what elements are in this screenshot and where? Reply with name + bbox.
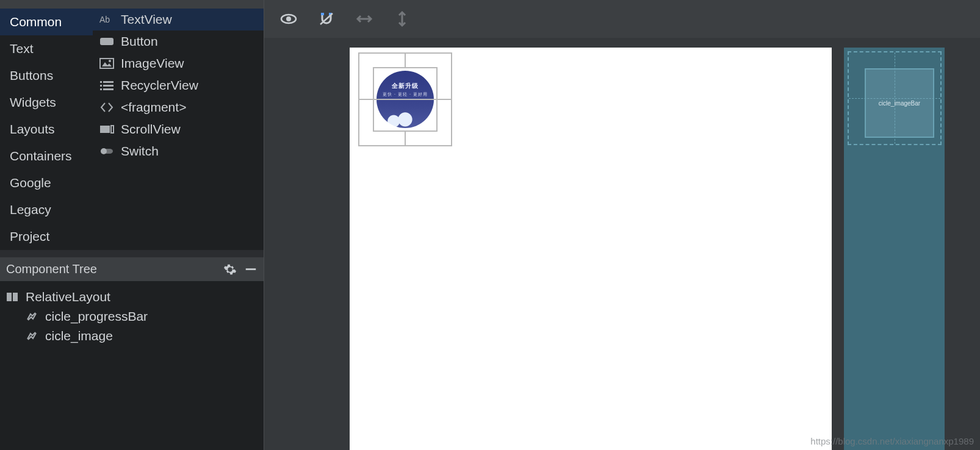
svg-rect-8 (103, 85, 113, 87)
blueprint-label: cicle_imageBar (879, 100, 920, 107)
switch-icon (99, 145, 115, 158)
svg-point-4 (109, 60, 111, 62)
blueprint-component-bounds[interactable]: cicle_imageBar (848, 51, 942, 145)
magnet-icon[interactable] (318, 12, 335, 26)
svg-rect-12 (111, 126, 113, 133)
design-surface[interactable]: 全新升级 更快 · 更轻 · 更好用 (350, 48, 832, 450)
tree-root[interactable]: RelativeLayout (5, 287, 259, 307)
palette-cat-legacy[interactable]: Legacy (0, 196, 93, 223)
widget-label: Button (121, 34, 158, 49)
palette-widget-fragment[interactable]: <fragment> (93, 96, 264, 118)
blueprint-inner: cicle_imageBar (865, 68, 934, 138)
tree-child-image[interactable]: cicle_image (5, 326, 259, 346)
svg-rect-17 (13, 293, 18, 301)
button-icon (99, 35, 115, 48)
svg-rect-16 (7, 293, 12, 301)
angles-icon (99, 101, 115, 114)
svg-rect-2 (100, 59, 113, 68)
palette-widgets: Ab TextView Button ImageView RecyclerVie… (93, 9, 264, 250)
palette-widget-recyclerview[interactable]: RecyclerView (93, 74, 264, 96)
svg-point-14 (101, 148, 107, 154)
tree-child-label: cicle_progressBar (45, 309, 148, 324)
palette-cat-common[interactable]: Common (0, 9, 93, 35)
custom-view-icon (24, 330, 39, 342)
palette-widget-button[interactable]: Button (93, 30, 264, 52)
design-toolbar (264, 0, 980, 38)
layout-icon (5, 291, 20, 303)
widget-label: RecyclerView (121, 78, 198, 93)
circle-image-title: 全新升级 (392, 82, 419, 90)
tree-child-progressbar[interactable]: cicle_progressBar (5, 307, 259, 326)
palette-cat-text[interactable]: Text (0, 35, 93, 62)
svg-rect-15 (246, 268, 256, 270)
minimize-icon[interactable] (244, 263, 258, 276)
svg-text:Ab: Ab (99, 15, 110, 24)
component-tree-header: Component Tree (0, 257, 264, 281)
scroll-icon (99, 123, 115, 136)
selected-component-bounds[interactable]: 全新升级 更快 · 更轻 · 更好用 (358, 52, 452, 146)
palette-cat-containers[interactable]: Containers (0, 143, 93, 170)
image-icon (99, 57, 115, 70)
palette-cat-google[interactable]: Google (0, 170, 93, 196)
visibility-icon[interactable] (280, 12, 297, 26)
svg-rect-11 (100, 126, 110, 133)
svg-rect-10 (103, 88, 113, 90)
gear-icon[interactable] (223, 263, 237, 276)
palette-cat-widgets[interactable]: Widgets (0, 89, 93, 116)
horizontal-resize-icon[interactable] (356, 12, 373, 26)
top-strip (0, 0, 264, 9)
component-tree: RelativeLayout cicle_progressBar cicle_i… (0, 281, 264, 450)
svg-marker-3 (102, 62, 112, 66)
left-panel: Common Text Buttons Widgets Layouts Cont… (0, 0, 264, 450)
text-ab-icon: Ab (99, 13, 115, 26)
circle-image-preview: 全新升级 更快 · 更轻 · 更好用 (377, 71, 434, 128)
widget-label: Switch (121, 144, 159, 159)
tree-root-label: RelativeLayout (26, 290, 110, 304)
palette-widget-imageview[interactable]: ImageView (93, 52, 264, 74)
widget-label: ScrollView (121, 122, 181, 137)
palette-cat-buttons[interactable]: Buttons (0, 62, 93, 89)
svg-point-19 (286, 16, 291, 21)
palette-widget-scrollview[interactable]: ScrollView (93, 118, 264, 140)
custom-view-icon (24, 310, 39, 323)
svg-rect-9 (100, 88, 102, 90)
design-area: 全新升级 更快 · 更轻 · 更好用 cicle_imageBar https:… (264, 0, 980, 450)
vertical-resize-icon[interactable] (394, 12, 411, 26)
palette-categories: Common Text Buttons Widgets Layouts Cont… (0, 9, 93, 250)
palette-widget-switch[interactable]: Switch (93, 140, 264, 162)
tree-child-label: cicle_image (45, 329, 113, 343)
svg-rect-7 (100, 85, 102, 87)
widget-label: <fragment> (121, 100, 186, 115)
palette-cat-layouts[interactable]: Layouts (0, 116, 93, 143)
circle-image-sub: 更快 · 更轻 · 更好用 (383, 91, 428, 98)
widget-label: ImageView (121, 56, 184, 71)
svg-rect-1 (100, 38, 113, 45)
list-icon (99, 79, 115, 92)
svg-rect-20 (321, 13, 324, 15)
palette: Common Text Buttons Widgets Layouts Cont… (0, 9, 264, 250)
widget-label: TextView (121, 12, 172, 27)
svg-rect-6 (103, 81, 113, 83)
canvas[interactable]: 全新升级 更快 · 更轻 · 更好用 cicle_imageBar https:… (264, 38, 980, 450)
component-tree-title: Component Tree (6, 262, 216, 276)
svg-rect-5 (100, 81, 102, 83)
palette-widget-textview[interactable]: Ab TextView (93, 9, 264, 30)
blueprint-surface[interactable]: cicle_imageBar (844, 48, 945, 450)
palette-cat-project[interactable]: Project (0, 223, 93, 250)
